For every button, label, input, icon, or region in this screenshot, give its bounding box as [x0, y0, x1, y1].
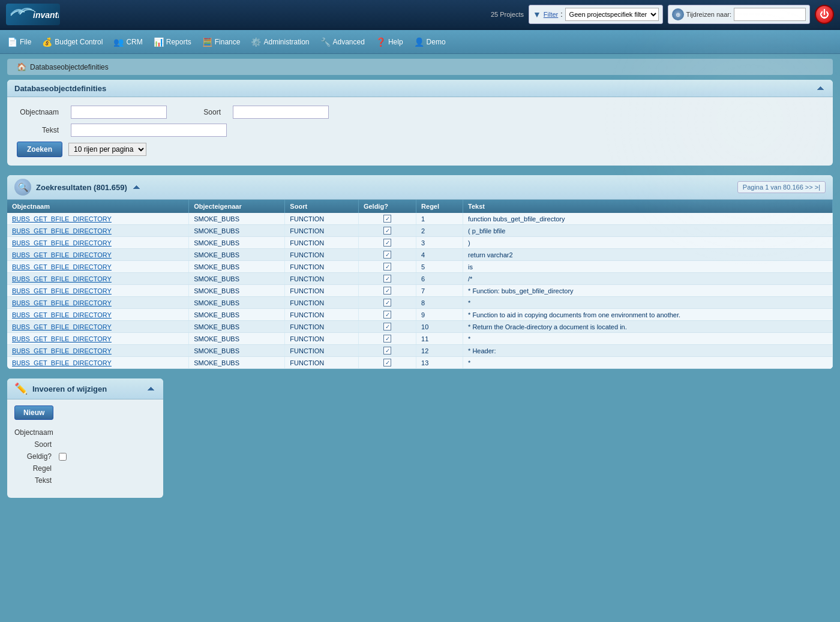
cell-objectnaam[interactable]: BUBS_GET_BFILE_DIRECTORY — [7, 321, 189, 333]
nieuw-button[interactable]: Nieuw — [14, 405, 53, 420]
filter-dropdown[interactable]: Geen projectspecifiek filter — [565, 8, 659, 21]
nav-label-crm: CRM — [126, 38, 142, 46]
cell-eigenaar: SMOKE_BUBS — [189, 321, 285, 333]
cell-objectnaam[interactable]: BUBS_GET_BFILE_DIRECTORY — [7, 309, 189, 321]
cell-geldig: ✓ — [358, 345, 416, 357]
cell-regel: 6 — [416, 273, 463, 285]
file-icon: 📄 — [7, 37, 17, 47]
table-row: BUBS_GET_BFILE_DIRECTORYSMOKE_BUBSFUNCTI… — [7, 321, 833, 333]
invoeren-header: ✏️ Invoeren of wijzigen ⏶ — [7, 378, 163, 399]
col-tekst: Tekst — [463, 200, 833, 213]
inv-tekst-label: Tekst — [14, 476, 56, 485]
search-panel-collapse[interactable]: ⏶ — [816, 83, 826, 93]
cell-objectnaam[interactable]: BUBS_GET_BFILE_DIRECTORY — [7, 285, 189, 297]
cell-tekst: * Header: — [463, 345, 833, 357]
svg-text:invantive: invantive — [33, 10, 59, 20]
cell-soort: FUNCTION — [285, 321, 359, 333]
search-panel: Databaseobjectdefinities ⏶ Objectnaam So… — [7, 80, 833, 166]
results-search-icon: 🔍 — [14, 179, 31, 196]
rows-per-page-select[interactable]: 10 rijen per pagina 25 rijen per pagina … — [68, 143, 146, 156]
cell-soort: FUNCTION — [285, 297, 359, 309]
nav-item-file[interactable]: 📄 File — [2, 32, 36, 52]
cell-objectnaam[interactable]: BUBS_GET_BFILE_DIRECTORY — [7, 237, 189, 249]
inv-objectnaam-row: Objectnaam — [14, 428, 156, 437]
cell-geldig: ✓ — [358, 237, 416, 249]
inv-tekst-row: Tekst — [14, 476, 156, 485]
cell-regel: 10 — [416, 321, 463, 333]
cell-soort: FUNCTION — [285, 273, 359, 285]
nav-label-budget: Budget Control — [55, 38, 103, 46]
inv-soort-label: Soort — [14, 440, 56, 449]
cell-eigenaar: SMOKE_BUBS — [189, 333, 285, 345]
top-right-area: 25 Projects ▼ Filter : Geen projectspeci… — [491, 5, 834, 24]
cell-objectnaam[interactable]: BUBS_GET_BFILE_DIRECTORY — [7, 297, 189, 309]
table-row: BUBS_GET_BFILE_DIRECTORYSMOKE_BUBSFUNCTI… — [7, 333, 833, 345]
cell-objectnaam[interactable]: BUBS_GET_BFILE_DIRECTORY — [7, 357, 189, 369]
cell-regel: 2 — [416, 225, 463, 237]
cell-objectnaam[interactable]: BUBS_GET_BFILE_DIRECTORY — [7, 249, 189, 261]
nav-item-advanced[interactable]: 🔧 Advanced — [316, 32, 370, 52]
power-button[interactable]: ⏻ — [815, 5, 834, 24]
results-panel-collapse[interactable]: ⏶ — [132, 182, 142, 192]
invoeren-panel-collapse[interactable]: ⏶ — [146, 384, 156, 393]
cell-objectnaam[interactable]: BUBS_GET_BFILE_DIRECTORY — [7, 213, 189, 225]
nav-item-budget[interactable]: 💰 Budget Control — [37, 32, 107, 52]
soort-input[interactable] — [233, 106, 329, 119]
cell-soort: FUNCTION — [285, 285, 359, 297]
cell-geldig: ✓ — [358, 333, 416, 345]
cell-soort: FUNCTION — [285, 249, 359, 261]
nav-label-demo: Demo — [427, 38, 446, 46]
table-row: BUBS_GET_BFILE_DIRECTORYSMOKE_BUBSFUNCTI… — [7, 357, 833, 369]
geldig-checkbox[interactable] — [59, 453, 67, 461]
cell-regel: 5 — [416, 261, 463, 273]
tijdreizen-label: Tijdreizen naar: — [686, 11, 731, 18]
cell-regel: 11 — [416, 333, 463, 345]
admin-icon: ⚙️ — [251, 37, 261, 47]
cell-geldig: ✓ — [358, 213, 416, 225]
table-row: BUBS_GET_BFILE_DIRECTORYSMOKE_BUBSFUNCTI… — [7, 345, 833, 357]
cell-objectnaam[interactable]: BUBS_GET_BFILE_DIRECTORY — [7, 225, 189, 237]
col-objecteigenaar: Objecteigenaar — [189, 200, 285, 213]
reports-icon: 📊 — [154, 37, 164, 47]
tijdreizen-input[interactable] — [734, 8, 806, 21]
table-header-row: Objectnaam Objecteigenaar Soort Geldig? … — [7, 200, 833, 213]
cell-tekst: * Return the Oracle-directory a document… — [463, 321, 833, 333]
cell-soort: FUNCTION — [285, 357, 359, 369]
nav-item-help[interactable]: ❓ Help — [371, 32, 408, 52]
invoeren-form: Objectnaam Soort Geldig? Regel Tekst — [7, 425, 163, 498]
table-row: BUBS_GET_BFILE_DIRECTORYSMOKE_BUBSFUNCTI… — [7, 261, 833, 273]
nav-item-admin[interactable]: ⚙️ Administration — [246, 32, 314, 52]
cell-tekst: * — [463, 297, 833, 309]
invoeren-panel: ✏️ Invoeren of wijzigen ⏶ Nieuw Objectna… — [7, 378, 163, 498]
table-row: BUBS_GET_BFILE_DIRECTORYSMOKE_BUBSFUNCTI… — [7, 237, 833, 249]
cell-soort: FUNCTION — [285, 237, 359, 249]
nav-label-help: Help — [388, 38, 403, 46]
nav-item-finance[interactable]: 🧮 Finance — [197, 32, 245, 52]
results-table: Objectnaam Objecteigenaar Soort Geldig? … — [7, 200, 833, 369]
table-row: BUBS_GET_BFILE_DIRECTORYSMOKE_BUBSFUNCTI… — [7, 285, 833, 297]
cell-regel: 1 — [416, 213, 463, 225]
nav-item-crm[interactable]: 👥 CRM — [109, 32, 147, 52]
cell-objectnaam[interactable]: BUBS_GET_BFILE_DIRECTORY — [7, 273, 189, 285]
cell-regel: 9 — [416, 309, 463, 321]
cell-regel: 13 — [416, 357, 463, 369]
cell-objectnaam[interactable]: BUBS_GET_BFILE_DIRECTORY — [7, 345, 189, 357]
breadcrumb-text: Databaseobjectdefinities — [30, 63, 109, 71]
cell-geldig: ✓ — [358, 225, 416, 237]
invoeren-title-area: ✏️ Invoeren of wijzigen — [14, 382, 107, 395]
tijdreizen-section: ⊕ Tijdreizen naar: — [668, 5, 810, 24]
zoeken-button[interactable]: Zoeken — [17, 142, 62, 157]
col-regel: Regel — [416, 200, 463, 213]
nav-item-reports[interactable]: 📊 Reports — [149, 32, 196, 52]
top-bar: invantive 25 Projects ▼ Filter : Geen pr… — [0, 0, 840, 30]
cell-objectnaam[interactable]: BUBS_GET_BFILE_DIRECTORY — [7, 333, 189, 345]
nav-item-demo[interactable]: 👤 Demo — [409, 32, 451, 52]
filter-link[interactable]: Filter — [544, 11, 558, 18]
cell-objectnaam[interactable]: BUBS_GET_BFILE_DIRECTORY — [7, 261, 189, 273]
results-panel: 🔍 Zoekresultaten (801.659) ⏶ Pagina 1 va… — [7, 175, 833, 369]
cell-regel: 7 — [416, 285, 463, 297]
objectnaam-input[interactable] — [71, 106, 167, 119]
tijdreizen-icon: ⊕ — [672, 8, 684, 20]
tekst-input[interactable] — [71, 124, 227, 137]
results-title: Zoekresultaten (801.659) — [36, 183, 127, 192]
